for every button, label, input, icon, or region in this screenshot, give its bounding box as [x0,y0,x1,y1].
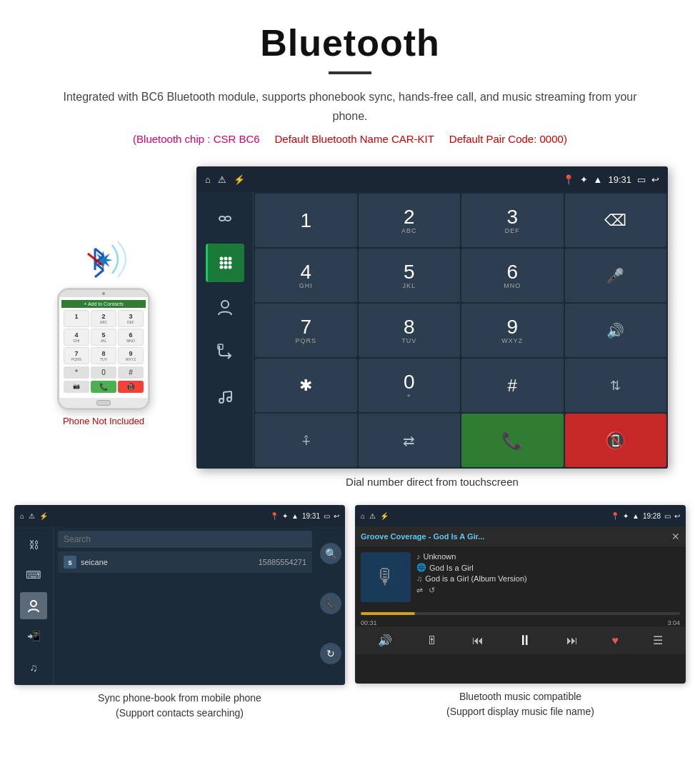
dial-key-4[interactable]: 4 GHI [255,249,357,302]
phone-key-hash[interactable]: # [118,366,144,379]
pb-bt-icon: ✦ [282,512,288,520]
svg-line-25 [224,391,231,392]
dial-key-call[interactable]: 📞 [461,414,564,467]
music-close-btn[interactable]: ✕ [671,531,680,542]
dial-key-0[interactable]: 0 + [359,359,461,412]
phone-key-2[interactable]: 2ABC [91,310,116,327]
music-time-total: 3:04 [667,619,680,626]
pb-call-btn[interactable]: 📞 [320,593,341,614]
phone-key-0[interactable]: 0 [91,366,116,379]
dial-key-3[interactable]: 3 DEF [461,194,564,247]
dial-key-transfer[interactable]: ⇅ [565,359,667,412]
phone-screen-header: + Add to Contacts [61,300,146,308]
pb-search-input[interactable] [58,531,312,548]
dial-key-6[interactable]: 6 MNO [461,249,564,302]
dial-key-merge1[interactable]: ⨣ [255,414,357,467]
pb-btn-contacts[interactable] [20,592,47,619]
music-song-title: Groove Coverage - God Is A Gir... [361,532,484,541]
page-description: Integrated with BC6 Bluetooth module, su… [57,87,643,126]
car-status-bar: ⌂ ⚠ ⚡ 📍 ✦ ▲ 19:31 ▭ ↩ [196,166,668,192]
phonebook-caption-line1: Sync phone-book from mobile phone [98,692,261,704]
music-list-btn[interactable]: ☰ [653,634,663,647]
phonebook-screen: ⌂ ⚠ ⚡ 📍 ✦ ▲ 19:31 ▭ ↩ ⛓ ⌨ [14,505,345,685]
svg-point-26 [31,601,36,606]
music-track-name: God is a Girl (Album Version) [425,574,526,583]
pb-btn-bluetooth[interactable]: ⛓ [20,531,47,558]
dial-key-8[interactable]: 8 TUV [359,304,461,357]
pb-contact-row[interactable]: s seicane 15885554271 [58,551,312,573]
music-header: Groove Coverage - God Is A Gir... ✕ [355,526,686,546]
dial-key-volume[interactable]: 🔊 [565,304,667,357]
phone-keypad: 1 2ABC 3DEF 4GHI 5JKL 6MNO 7PQRS 8TUV 9W… [61,308,146,366]
music-play-pause-btn[interactable]: ⏸ [518,632,532,649]
music-progress-fill [361,612,415,615]
music-prev-btn[interactable]: ⏮ [472,634,484,647]
phone-video-btn[interactable]: 📷 [64,381,89,393]
status-right: 📍 ✦ ▲ 19:31 ▭ ↩ [563,174,659,185]
dial-key-5[interactable]: 5 JKL [359,249,461,302]
bottom-row: ⌂ ⚠ ⚡ 📍 ✦ ▲ 19:31 ▭ ↩ ⛓ ⌨ [0,505,700,742]
music-repeat-icon[interactable]: ↺ [429,586,435,595]
music-progress-bar[interactable] [361,612,680,615]
music-shuffle-icon[interactable]: ⇌ [416,586,423,595]
dial-key-7[interactable]: 7 PQRS [255,304,357,357]
sidebar-btn-music[interactable] [206,376,244,415]
dial-key-2[interactable]: 2 ABC [359,194,461,247]
phone-key-3[interactable]: 3DEF [118,310,144,327]
dial-key-merge2[interactable]: ⇄ [359,414,461,467]
sidebar-btn-contacts[interactable] [206,288,244,326]
sidebar-btn-bluetooth[interactable] [206,199,244,238]
phone-call-btn[interactable]: 📞 [91,381,116,393]
pb-refresh-btn[interactable]: ↻ [320,643,341,664]
dial-key-hash[interactable]: # [461,359,564,412]
pb-btn-dialpad[interactable]: ⌨ [20,561,47,589]
music-time: 19:28 [643,512,661,520]
dial-key-9[interactable]: 9 WXYZ [461,304,564,357]
svg-point-11 [224,257,228,261]
music-heart-btn[interactable]: ♥ [612,634,619,647]
dial-key-1[interactable]: 1 [255,194,357,247]
bluetooth-wave-area: ✷ [75,238,132,281]
phone-key-6[interactable]: 6MNO [118,329,144,346]
music-screen: ⌂ ⚠ ⚡ 📍 ✦ ▲ 19:28 ▭ ↩ Groove Coverage - … [355,505,686,684]
phone-end-btn[interactable]: 📵 [118,381,144,393]
music-home-icon[interactable]: ⌂ [361,512,365,520]
sidebar-btn-dialpad[interactable] [206,244,244,282]
pb-back-icon[interactable]: ↩ [334,512,339,520]
phone-key-8[interactable]: 8TUV [91,347,116,364]
phone-key-5[interactable]: 5JKL [91,329,116,346]
dial-key-delete[interactable]: ⌫ [565,194,667,247]
home-icon[interactable]: ⌂ [205,174,211,185]
phone-key-4[interactable]: 4GHI [64,329,89,346]
svg-point-7 [219,216,225,221]
pb-usb-icon: ⚡ [39,512,48,520]
dial-key-end[interactable]: 📵 [565,414,667,467]
phone-home-button[interactable] [96,400,111,406]
dial-key-mute[interactable]: 🎤 [565,249,667,302]
sidebar-btn-call-forward[interactable] [206,332,244,371]
music-back-icon[interactable]: ↩ [674,512,680,520]
pb-search-btn[interactable]: 🔍 [320,543,341,564]
page-title: Bluetooth [29,21,671,64]
dial-key-star[interactable]: ✱ [255,359,357,412]
phone-key-1[interactable]: 1 [64,310,89,327]
pb-home-icon[interactable]: ⌂ [20,512,24,520]
phone-key-star[interactable]: * [64,366,89,379]
location-icon: 📍 [563,174,574,185]
music-caption-line1: Bluetooth music compatible [459,691,581,702]
music-album-name: God Is a Girl [429,564,474,572]
phone-mockup-container: ✷ + Add to Contacts 1 [32,238,175,426]
music-eq-btn[interactable]: 🎚 [426,634,438,647]
phone-key-9[interactable]: 9WXYZ [118,347,144,364]
music-info: ♪ Unknown 🌐 God Is a Girl ♫ God is a Gir… [416,552,680,602]
music-volume-btn[interactable]: 🔊 [378,634,392,647]
pb-status-bar: ⌂ ⚠ ⚡ 📍 ✦ ▲ 19:31 ▭ ↩ [14,505,345,526]
music-next-btn[interactable]: ⏭ [566,634,578,647]
pb-time: 19:31 [302,512,320,520]
phone-call-row: 📷 📞 📵 [61,381,146,395]
phone-key-7[interactable]: 7PQRS [64,347,89,364]
pb-btn-recent[interactable]: 📲 [20,623,47,650]
pb-btn-music[interactable]: ♫ [20,654,47,681]
back-icon[interactable]: ↩ [651,174,659,185]
title-underline [329,71,371,74]
